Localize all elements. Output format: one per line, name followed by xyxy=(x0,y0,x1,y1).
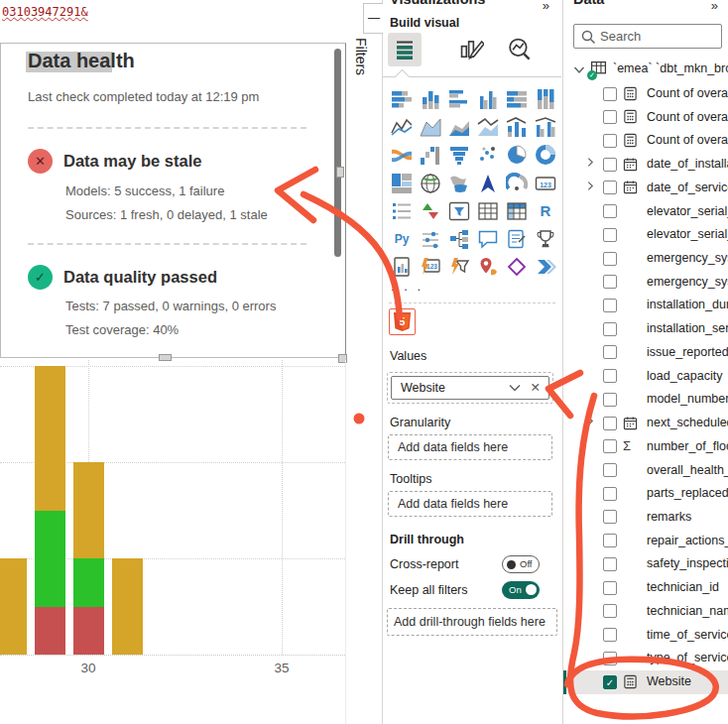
field-checkbox[interactable] xyxy=(603,393,617,407)
granularity-well[interactable]: Add data fields here xyxy=(388,434,552,460)
field-checkbox[interactable] xyxy=(603,369,617,383)
chevron-down-icon[interactable] xyxy=(509,377,521,399)
visual-type-funnel-chart-icon[interactable] xyxy=(448,144,471,167)
field-checkbox[interactable] xyxy=(603,158,617,172)
bar-segment-green-x29[interactable] xyxy=(35,511,65,607)
drill-through-well[interactable]: Add drill-through fields here xyxy=(387,608,557,636)
data-field-row-type-of-service[interactable]: type_of_service xyxy=(563,647,728,670)
bar-segment-red-x29[interactable] xyxy=(35,607,65,656)
visual-type-power-apps-icon[interactable] xyxy=(506,256,529,279)
visual-type-field-parameters-icon[interactable] xyxy=(420,228,442,251)
data-field-row-issue-reported[interactable]: issue_reported xyxy=(563,341,728,365)
field-checkbox[interactable] xyxy=(603,581,617,595)
field-checkbox[interactable] xyxy=(603,275,617,289)
visual-type-filled-map-icon[interactable] xyxy=(448,173,471,195)
bar-segment-green-x30[interactable] xyxy=(73,558,104,607)
data-field-row-website[interactable]: ✓ Website xyxy=(563,670,728,694)
field-checkbox[interactable] xyxy=(603,604,617,618)
data-field-row-model-number[interactable]: model_number xyxy=(563,388,728,412)
visual-type-line-chart-icon[interactable] xyxy=(391,116,414,139)
field-checkbox[interactable] xyxy=(603,204,617,218)
visual-type-automated-insights-icon[interactable] xyxy=(448,256,471,279)
field-checkbox[interactable] xyxy=(603,110,617,124)
visual-type-power-automate-icon[interactable] xyxy=(535,256,557,279)
data-field-row-date-of-service[interactable]: date_of_service xyxy=(563,177,728,200)
data-field-row-number-of-floo-[interactable]: Σ number_of_floo. xyxy=(563,435,728,459)
visual-type-stacked-area-chart-icon[interactable] xyxy=(448,116,471,139)
filters-pane-label[interactable]: Filters xyxy=(353,38,369,75)
data-field-row-count-of-overal-[interactable]: Count of overal.. xyxy=(563,106,728,130)
visual-type-stacked-column-chart-icon[interactable] xyxy=(420,88,442,111)
visual-type-metrics-icon[interactable] xyxy=(535,228,557,251)
field-checkbox[interactable] xyxy=(603,134,617,148)
bar-segment-yellow-x29[interactable] xyxy=(35,366,65,511)
field-checkbox[interactable] xyxy=(603,417,617,430)
visual-type-table-icon[interactable] xyxy=(477,200,500,223)
card-scrollbar[interactable] xyxy=(334,49,341,257)
data-field-row-parts-replaced[interactable]: parts_replaced xyxy=(563,482,728,506)
visual-type-scatter-chart-icon[interactable] xyxy=(477,144,500,167)
visual-type-python-visual-icon[interactable]: Py xyxy=(391,228,414,251)
visual-type-multi-row-card-icon[interactable] xyxy=(391,200,414,223)
expand-chevron-icon[interactable] xyxy=(587,416,594,429)
data-field-row-technician-id[interactable]: technician_id xyxy=(563,576,728,600)
field-checkbox[interactable] xyxy=(603,439,617,453)
field-checkbox[interactable] xyxy=(603,652,617,665)
keep-all-filters-toggle[interactable]: On xyxy=(502,581,540,599)
more-visuals-button[interactable]: . . . xyxy=(391,279,424,294)
field-checkbox[interactable] xyxy=(603,534,617,547)
bar-segment-yellow-x30[interactable] xyxy=(73,462,104,558)
cross-report-toggle[interactable]: Off xyxy=(502,555,540,573)
visual-type-quick-measure-icon[interactable]: 123 xyxy=(420,256,442,279)
table-tree-root[interactable]: ✓ `emea` `dbt_mkn_bron.. xyxy=(563,58,728,81)
visual-type-hundred-percent-stacked-column-chart-icon[interactable] xyxy=(535,88,557,111)
visual-type-area-chart-icon[interactable] xyxy=(420,116,442,139)
field-checkbox[interactable] xyxy=(603,299,617,312)
bar-segment-yellow-x31[interactable] xyxy=(112,558,143,655)
data-field-row-load-capacity[interactable]: load_capacity xyxy=(563,365,728,389)
search-box[interactable] xyxy=(573,24,722,49)
field-checkbox[interactable]: ✓ xyxy=(603,675,617,689)
field-checkbox[interactable] xyxy=(603,463,617,477)
visual-type-donut-chart-icon[interactable] xyxy=(535,144,557,167)
visual-type-matrix-icon[interactable] xyxy=(506,200,529,223)
data-field-row-next-scheduled-[interactable]: next_scheduled.. xyxy=(563,412,728,435)
visual-type-kpi-icon[interactable] xyxy=(420,200,442,223)
visual-type-line-and-stacked-area-chart-icon[interactable] xyxy=(477,116,500,139)
visual-type-q-and-a-icon[interactable] xyxy=(477,228,500,251)
data-field-row-count-of-overal-[interactable]: Count of overal.. xyxy=(563,129,728,153)
data-field-row-elevator-serial-[interactable]: elevator_serial_.. xyxy=(563,223,728,247)
bar-segment-red-x30[interactable] xyxy=(73,607,104,656)
visual-type-decomposition-tree-icon[interactable] xyxy=(448,228,471,251)
visual-type-r-script-visual-icon[interactable]: R xyxy=(535,200,557,223)
visual-type-ribbon-chart-icon[interactable] xyxy=(391,144,414,167)
data-field-row-technician-name[interactable]: technician_name xyxy=(563,600,728,624)
tab-analytics[interactable] xyxy=(506,36,540,69)
data-field-row-count-of-overal-[interactable]: Count of overal.. xyxy=(563,82,728,106)
tooltips-well[interactable]: Add data fields here xyxy=(388,491,552,517)
search-input[interactable] xyxy=(600,26,719,47)
field-checkbox[interactable] xyxy=(603,628,617,642)
field-checkbox[interactable] xyxy=(603,510,617,524)
chevron-down-icon[interactable] xyxy=(573,64,585,76)
data-field-row-installation-serv-[interactable]: installation_serv. xyxy=(563,317,728,341)
data-field-row-date-of-installa-[interactable]: date_of_installa.. xyxy=(563,153,728,177)
data-field-row-safety-inspectio-[interactable]: safety_inspectio. xyxy=(563,552,728,576)
data-field-row-elevator-serial-[interactable]: elevator_serial_.. xyxy=(563,200,728,224)
visual-type-slicer-icon[interactable] xyxy=(448,200,471,223)
visual-type-stacked-bar-chart-icon[interactable] xyxy=(391,88,414,111)
visual-type-paginated-report-icon[interactable] xyxy=(391,256,414,279)
field-checkbox[interactable] xyxy=(603,487,617,501)
resize-handle-right[interactable] xyxy=(336,167,344,178)
field-checkbox[interactable] xyxy=(603,322,617,336)
visual-type-card-icon[interactable]: 123 xyxy=(535,173,557,195)
visual-type-clustered-bar-chart-icon[interactable] xyxy=(448,88,471,111)
expand-chevron-icon[interactable] xyxy=(587,157,594,171)
visual-type-pie-chart-icon[interactable] xyxy=(506,144,529,167)
visual-type-treemap-icon[interactable] xyxy=(391,173,414,195)
data-field-row-installation-dur-[interactable]: installation_dur.. xyxy=(563,294,728,317)
visual-type-line-and-stacked-column-chart-icon[interactable] xyxy=(506,116,529,139)
filters-collapse-button[interactable]: — xyxy=(363,3,385,34)
data-field-row-emergency-syst-[interactable]: emergency_syst. xyxy=(563,271,728,295)
data-field-row-overall-health-c-[interactable]: overall_health_c. xyxy=(563,459,728,483)
